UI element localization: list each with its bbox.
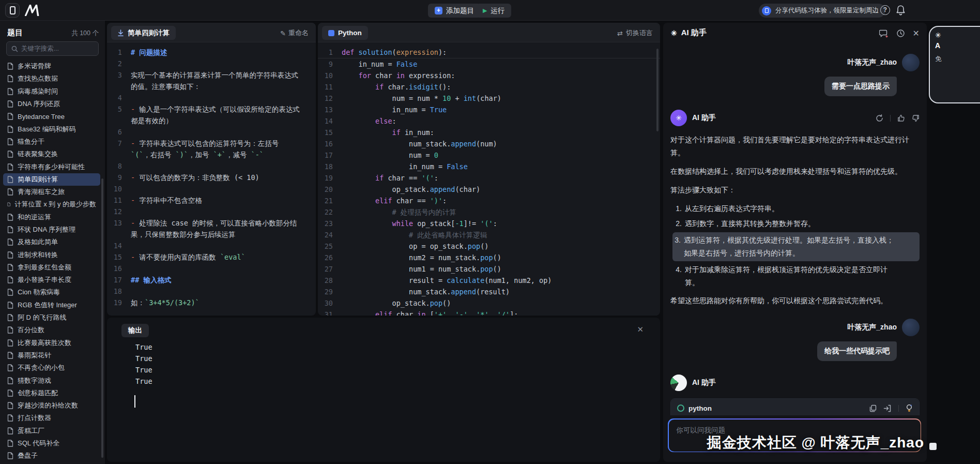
brand-logo[interactable] [25,3,40,18]
sidebar-item-question[interactable]: DNA 序列还原 [3,98,100,110]
line-number: 16 [107,263,131,274]
search-input[interactable]: 关键字搜索... [6,41,99,56]
output-panel: 输出 ✕ TrueTrueTrueTrue [107,318,660,462]
rename-button[interactable]: ✎ 重命名 [280,28,309,38]
question-title: 字符串有多少种可能性 [18,162,85,172]
sidebar-item-question[interactable]: 穿越沙漠的补给次数 [3,399,100,412]
thumbs-up-icon[interactable] [897,114,905,122]
share-banner[interactable]: 分享代码练习体验，领限量定制周边 [759,4,885,18]
sidebar-item-question[interactable]: 链表聚集交换 [3,148,100,160]
document-icon [7,302,13,309]
sparkle-icon: ✳ [671,29,677,37]
question-title: 拿到最多红包金额 [18,263,71,272]
document-icon [7,276,13,283]
output-close-icon[interactable]: ✕ [637,325,644,334]
switch-language-button[interactable]: ⇄ 切换语言 [617,28,653,38]
editor-scrollbar[interactable] [656,49,659,131]
sidebar-item-question[interactable]: 多米诺骨牌 [3,60,100,72]
sidebar-scrollbar[interactable] [101,178,103,458]
insert-code-icon[interactable] [883,405,892,412]
sidebar-item-question[interactable]: 字符串有多少种可能性 [3,160,100,173]
text-line: 25 op = op_stack.pop() [318,241,660,252]
question-title: Cion 勒索病毒 [18,288,60,297]
document-icon [7,402,13,409]
text-line: 18 [107,286,316,297]
code-editor[interactable]: 1def solution(expression):9 in_num = Fal… [318,47,660,316]
problem-tab[interactable]: 简单四则计算 [111,26,176,40]
sidebar-item-question[interactable]: 打点计数器 [3,412,100,424]
sidebar-item-question[interactable]: 及格如此简单 [3,236,100,248]
output-tab[interactable]: 输出 [121,324,149,337]
sidebar-item-question[interactable]: 计算位置 x 到 y 的最少步数 [3,198,100,211]
run-button[interactable]: ▶ 运行 [476,4,511,18]
sidebar-item-question[interactable]: 阿 D 的飞行路线 [3,311,100,324]
sidebar-item-question[interactable]: 和的逆运算 [3,211,100,223]
sidebar-item-question[interactable]: 病毒感染时间 [3,85,100,98]
copy-icon[interactable] [869,405,877,412]
document-icon [7,414,13,422]
user-avatar[interactable] [902,54,920,71]
sidebar-item-question[interactable]: 简单四则计算 [3,173,100,186]
sidebar-item-question[interactable]: 猜数字游戏 [3,374,100,386]
line-number: 12 [318,93,342,104]
edge-partial-text: 免 [935,55,980,64]
question-title: 多米诺骨牌 [18,62,51,71]
console-line: True [135,364,152,376]
add-question-button[interactable]: + 添加题目 [428,4,481,18]
sidebar-item-question[interactable]: 猫鱼分干 [3,136,100,148]
code-block-header: python [671,399,919,415]
sidebar-item-question[interactable]: 环状 DNA 序列整理 [3,223,100,236]
line-number: 12 [107,206,131,217]
thumbs-down-icon[interactable] [912,114,920,122]
sidebar-item-question[interactable]: 比赛最高获胜次数 [3,337,100,349]
user-avatar[interactable] [902,319,920,336]
sidebar-item-question[interactable]: 拿到最多红包金额 [3,261,100,274]
chat-input[interactable]: 你可以问我问题 [669,420,921,452]
sidebar-item-question[interactable]: 叠盘子 [3,450,100,462]
language-tab[interactable]: Python [322,26,368,40]
sidebar-item-question[interactable]: 不再贪心的小包 [3,362,100,374]
question-sidebar: 题目 共 100 个 关键字搜索... 多米诺骨牌查找热点数据病毒感染时间DNA… [0,21,105,464]
sidebar-item-question[interactable]: 创意标题匹配 [3,387,100,399]
ai-step-item: 2.遇到数字，直接将其转换为整数并暂存。 [673,217,920,230]
document-icon [7,226,13,233]
sidebar-item-question[interactable]: 最小替换子串长度 [3,274,100,286]
sidebar-item-question[interactable]: RGB 色值转 Integer [3,299,100,311]
text-line: 5- 输入是一个字符串表达式（可以假设所给定的表达式都是有效的） [107,103,316,126]
regenerate-icon[interactable] [876,114,883,122]
question-title: 病毒感染时间 [18,87,58,96]
document-icon [7,364,13,371]
output-console[interactable]: TrueTrueTrueTrue [135,341,152,387]
sidebar-item-question[interactable]: Base32 编码和解码 [3,123,100,135]
problem-markdown[interactable]: 1# 问题描述23实现一个基本的计算器来计算一个简单的字符串表达式的值。注意事项… [107,47,316,316]
close-icon[interactable]: ✕ [913,28,920,38]
sidebar-toggle-button[interactable] [5,3,20,18]
notifications-bell-icon[interactable] [896,5,906,16]
text-line: 29 num_stack.append(result) [318,286,660,297]
text-line: 12 num = num * 10 + int(char) [318,93,660,104]
help-icon[interactable]: ? [880,5,890,15]
sidebar-item-question[interactable]: SQL 代码补全 [3,437,100,450]
question-title: 进制求和转换 [18,250,58,260]
history-icon[interactable] [896,29,905,38]
line-number: 7 [107,138,131,160]
sidebar-item-question[interactable]: 青海湖租车之旅 [3,186,100,198]
problem-panel: 简单四则计算 ✎ 重命名 1# 问题描述23实现一个基本的计算器来计算一个简单的… [107,23,316,316]
sidebar-item-question[interactable]: 暴雨梨花针 [3,349,100,362]
sidebar-item-question[interactable]: Bytedance Tree [3,110,100,123]
lightbulb-icon[interactable] [906,404,913,412]
edge-widget-icon[interactable] [929,443,937,450]
collapsed-ai-tab[interactable]: ✳ A 免 [929,26,980,103]
sidebar-item-question[interactable]: 查找热点数据 [3,72,100,85]
line-number: 2 [107,58,131,69]
line-number: 15 [318,127,342,138]
text-line: 17## 输入格式 [107,274,316,286]
new-chat-icon[interactable] [879,29,889,38]
chat-thread[interactable]: 叶落无声_zhao 需要一点思路提示 ✳ AI 助手 对于这个计算器问题，我们首… [670,48,920,415]
text-line: 8 [107,160,316,172]
sidebar-item-question[interactable]: 百分位数 [3,324,100,336]
sidebar-item-question[interactable]: 蛋糕工厂 [3,425,100,437]
text-line: 9 in_num = False [318,58,660,70]
sidebar-item-question[interactable]: Cion 勒索病毒 [3,286,100,298]
sidebar-item-question[interactable]: 进制求和转换 [3,248,100,261]
